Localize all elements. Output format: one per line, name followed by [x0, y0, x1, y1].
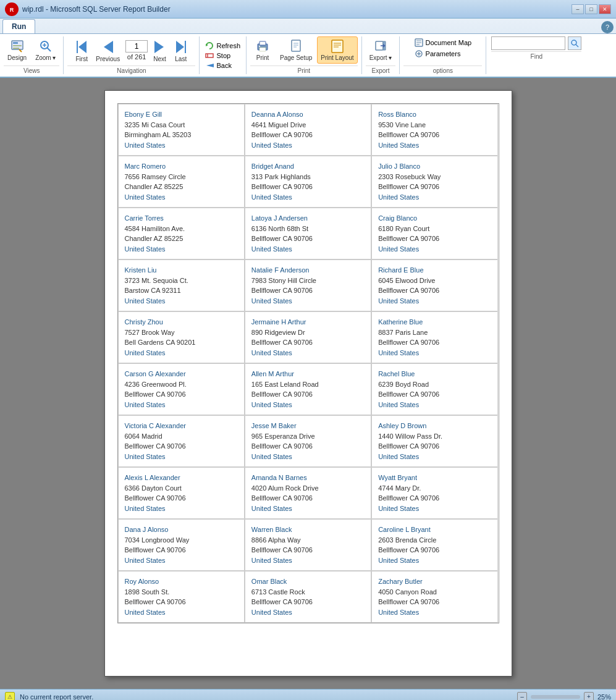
document-map-button[interactable]: Document Map: [413, 38, 474, 48]
address-line1: 9530 Vine Lane: [378, 120, 491, 130]
tab-run[interactable]: Run: [2, 19, 35, 33]
find-input[interactable]: [491, 36, 565, 50]
page-setup-icon: [289, 39, 303, 54]
address-country: United States: [251, 452, 365, 462]
address-cell: Kristen Liu 3723 Mt. Sequoia Ct. Barstow…: [118, 259, 245, 311]
print-group-label: Print: [250, 65, 358, 74]
document-map-label: Document Map: [426, 39, 472, 46]
address-name: Ashley D Brown: [378, 421, 491, 431]
address-line2: Bellflower CA 90706: [378, 337, 491, 348]
address-cell: Jermaine H Arthur 890 Ridgeview Dr Bellf…: [245, 311, 371, 363]
zoom-label: Zoom ▾: [35, 54, 56, 61]
address-cell: Warren Black 8866 Alpha Way Bellflower C…: [245, 519, 371, 571]
address-line1: 2303 Rosebuck Way: [378, 172, 491, 182]
address-country: United States: [378, 296, 491, 306]
address-name: Amanda N Barnes: [251, 473, 365, 483]
close-button[interactable]: ✕: [599, 4, 611, 14]
export-button[interactable]: Export ▾: [366, 36, 396, 64]
address-country: United States: [125, 400, 238, 410]
address-name: Zachary Butler: [378, 576, 491, 587]
address-line2: Bellflower CA 90706: [125, 545, 238, 555]
ribbon-group-options: Document Map Parameters options: [400, 36, 486, 74]
find-go-button[interactable]: [568, 36, 581, 50]
page-setup-label: Page Setup: [280, 54, 312, 61]
print-button[interactable]: Print: [250, 36, 275, 64]
address-line2: Bellflower CA 90706: [125, 597, 238, 607]
ribbon-group-navigation: First Previous of 261 Next: [64, 36, 200, 74]
address-cell: Christy Zhou 7527 Brook Way Bell Gardens…: [118, 311, 245, 363]
address-cell: Rachel Blue 6239 Boyd Road Bellflower CA…: [371, 363, 498, 415]
address-line1: 7983 Stony Hill Circle: [251, 276, 365, 286]
design-button[interactable]: Design: [4, 36, 30, 64]
address-cell: Carrie Torres 4584 Hamiliton Ave. Chandl…: [118, 208, 245, 259]
ribbon-group-find: Find: [486, 36, 586, 74]
address-line1: 3235 Mi Casa Court: [125, 120, 238, 130]
stop-button[interactable]: Stop: [203, 51, 242, 61]
address-country: United States: [251, 296, 365, 306]
last-button[interactable]: Last: [172, 36, 190, 64]
address-name: Christy Zhou: [125, 317, 238, 327]
address-cell: Ebony E Gill 3235 Mi Casa Court Birmingh…: [118, 104, 245, 156]
address-line2: Bellflower CA 90706: [251, 337, 365, 348]
address-line1: 965 Esperanza Drive: [251, 431, 365, 442]
address-line2: Bell Gardens CA 90201: [125, 337, 238, 348]
next-button[interactable]: Next: [150, 36, 169, 64]
address-name: Omar Black: [251, 576, 365, 587]
svg-rect-3: [13, 42, 18, 44]
parameters-button[interactable]: Parameters: [413, 49, 463, 59]
svg-text:R: R: [10, 7, 14, 13]
address-name: Caroline L Bryant: [378, 525, 491, 535]
zoom-level: 25%: [597, 693, 611, 701]
window-controls: – □ ✕: [572, 4, 611, 14]
address-country: United States: [378, 607, 491, 618]
address-line1: 4584 Hamiliton Ave.: [125, 224, 238, 234]
address-line2: Bellflower CA 90706: [251, 285, 365, 296]
refresh-button[interactable]: Refresh: [203, 41, 242, 51]
print-layout-button[interactable]: Print Layout: [317, 36, 357, 64]
app-icon: R: [5, 2, 19, 16]
svg-rect-17: [206, 54, 213, 57]
address-line2: Bellflower CA 90706: [251, 441, 365, 452]
address-country: United States: [378, 504, 491, 514]
maximize-button[interactable]: □: [585, 4, 597, 14]
main-area: Ebony E Gill 3235 Mi Casa Court Birmingh…: [0, 78, 616, 689]
address-name: Jesse M Baker: [251, 421, 365, 431]
zoom-in-button[interactable]: +: [584, 692, 594, 701]
address-cell: Jesse M Baker 965 Esperanza Drive Bellfl…: [245, 415, 371, 467]
zoom-slider[interactable]: [531, 695, 580, 699]
help-button[interactable]: ?: [601, 21, 614, 33]
address-line2: Birmingham AL 35203: [125, 130, 238, 140]
zoom-button[interactable]: Zoom ▾: [32, 36, 59, 64]
zoom-out-button[interactable]: –: [517, 692, 527, 701]
address-country: United States: [251, 244, 365, 255]
address-name: Rachel Blue: [378, 369, 491, 379]
address-cell: Ashley D Brown 1440 Willow Pass Dr. Bell…: [371, 415, 498, 467]
zoom-icon: [38, 39, 53, 54]
address-name: Carrie Torres: [125, 213, 238, 224]
address-line2: Bellflower CA 90706: [378, 234, 491, 244]
address-line2: Bellflower CA 90706: [251, 493, 365, 504]
page-setup-button[interactable]: Page Setup: [276, 36, 316, 64]
address-line2: Bellflower CA 90706: [251, 597, 365, 607]
address-country: United States: [251, 555, 365, 566]
address-country: United States: [378, 244, 491, 255]
svg-rect-5: [13, 48, 19, 49]
options-group-label: options: [403, 65, 482, 74]
minimize-button[interactable]: –: [572, 4, 584, 14]
address-name: Carson G Alexander: [125, 369, 238, 379]
find-group-label: Find: [491, 51, 581, 60]
address-cell: Julio J Blanco 2303 Rosebuck Way Bellflo…: [371, 156, 498, 208]
ribbon-group-export: Export ▾ Export: [362, 36, 400, 74]
address-line1: 8866 Alpha Way: [251, 535, 365, 546]
address-line1: 1440 Willow Pass Dr.: [378, 431, 491, 442]
previous-button[interactable]: Previous: [93, 36, 123, 64]
page-number-input[interactable]: [125, 40, 148, 53]
address-line2: Bellflower CA 90706: [251, 389, 365, 400]
address-cell: Alexis L Alexander 6366 Dayton Court Bel…: [118, 467, 245, 519]
address-line1: 7034 Longbrood Way: [125, 535, 238, 546]
svg-line-44: [576, 44, 578, 47]
address-country: United States: [125, 192, 238, 203]
back-button[interactable]: Back: [203, 61, 242, 70]
page-of-label: of 261: [127, 53, 146, 61]
first-button[interactable]: First: [73, 36, 90, 64]
